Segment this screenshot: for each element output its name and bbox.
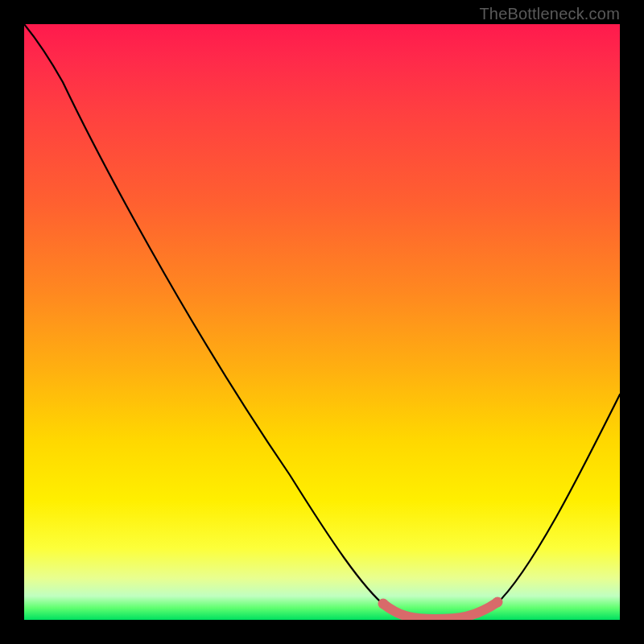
chart-frame: TheBottleneck.com <box>0 0 644 644</box>
chart-svg <box>24 24 620 620</box>
optimal-region-marker <box>383 602 497 619</box>
optimal-region-end-dot <box>493 597 503 608</box>
watermark-text: TheBottleneck.com <box>479 5 620 23</box>
bottleneck-curve-line <box>24 24 620 620</box>
plot-area <box>24 24 620 620</box>
optimal-region-start-dot <box>378 599 389 609</box>
